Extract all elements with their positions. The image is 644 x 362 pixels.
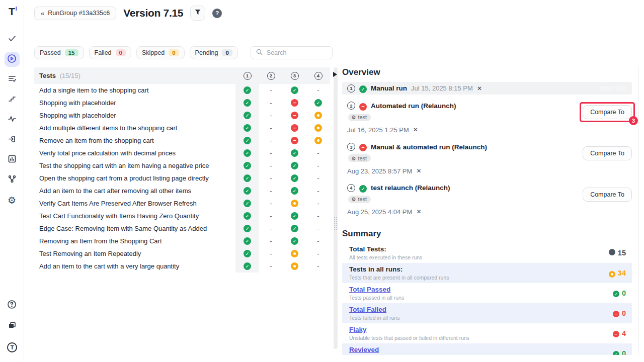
test-name[interactable]: Removing an Item from the Shopping Cart	[34, 235, 235, 247]
status-cell[interactable]	[283, 197, 306, 210]
status-cell[interactable]	[283, 235, 306, 247]
summary-label[interactable]: Total Passed	[349, 286, 613, 293]
compare-to-button[interactable]: Compare To	[583, 146, 632, 160]
status-cell[interactable]: -	[259, 222, 283, 235]
status-cell[interactable]	[235, 185, 259, 197]
column-header-4[interactable]: 4	[306, 72, 330, 80]
status-cell[interactable]	[283, 260, 306, 273]
status-cell[interactable]: -	[259, 185, 283, 197]
status-cell[interactable]: -	[306, 159, 330, 172]
divider-track[interactable]	[334, 67, 338, 349]
status-cell[interactable]: -	[259, 260, 283, 273]
status-cell[interactable]: -	[259, 172, 283, 185]
drag-handle[interactable]	[334, 216, 338, 230]
run-item[interactable]: 2 Automated run (Relaunch) ⚙ test Jul 16…	[342, 95, 632, 136]
sidebar-item-import[interactable]	[5, 132, 20, 147]
summary-label[interactable]: Tests in all runs:	[349, 265, 609, 273]
status-cell[interactable]	[283, 147, 306, 159]
status-cell[interactable]	[235, 134, 259, 147]
sidebar-docs[interactable]	[5, 319, 20, 334]
column-header-2[interactable]: 2	[259, 72, 283, 80]
back-to-rungroup-button[interactable]: « RunGroup #13a335c6	[34, 7, 116, 20]
summary-label[interactable]: Total Tests:	[349, 245, 609, 253]
status-cell[interactable]	[283, 97, 306, 109]
status-cell[interactable]	[235, 122, 259, 134]
status-cell[interactable]	[283, 84, 306, 97]
status-cell[interactable]: -	[259, 134, 283, 147]
brand-circle-icon[interactable]: T	[5, 340, 20, 355]
status-cell[interactable]	[235, 235, 259, 247]
status-cell[interactable]	[235, 210, 259, 222]
close-icon[interactable]: ✕	[416, 167, 421, 174]
status-cell[interactable]: -	[259, 122, 283, 134]
status-cell[interactable]: -	[306, 222, 330, 235]
status-cell[interactable]	[306, 109, 330, 122]
status-cell[interactable]: -	[259, 84, 283, 97]
test-name[interactable]: Test Cart Functionality with Items Havin…	[34, 210, 235, 222]
sidebar-item-analytics[interactable]	[5, 152, 20, 167]
status-cell[interactable]	[283, 109, 306, 122]
collapse-arrow-icon[interactable]	[333, 72, 337, 77]
search-input[interactable]	[267, 49, 327, 56]
status-cell[interactable]: -	[259, 97, 283, 109]
test-name[interactable]: Add an item to the cart with a very larg…	[34, 260, 235, 273]
status-cell[interactable]: -	[259, 109, 283, 122]
compare-to-button[interactable]: Compare To	[583, 188, 632, 202]
compare-to-button[interactable]: Compare To	[583, 105, 632, 119]
close-icon[interactable]: ✕	[416, 208, 421, 215]
status-cell[interactable]: -	[306, 172, 330, 185]
test-name[interactable]: Edge Case: Removing Item with Same Quant…	[34, 222, 235, 235]
status-cell[interactable]	[306, 122, 330, 134]
test-name[interactable]: Verify total price calculation with deci…	[34, 147, 235, 159]
status-cell[interactable]	[235, 147, 259, 159]
status-cell[interactable]	[283, 247, 306, 260]
status-cell[interactable]	[235, 197, 259, 210]
tab-pending[interactable]: Pending 0	[190, 46, 238, 59]
status-cell[interactable]	[283, 185, 306, 197]
status-cell[interactable]: -	[259, 247, 283, 260]
status-cell[interactable]	[283, 172, 306, 185]
run-item-main[interactable]: 1 Manual run Jul 15, 2025 8:15 PM ✕ Main…	[342, 82, 632, 95]
close-icon[interactable]: ✕	[413, 126, 418, 133]
sidebar-item-plans[interactable]	[5, 72, 20, 87]
test-name[interactable]: Shopping with placeholder	[34, 109, 235, 122]
status-cell[interactable]	[283, 134, 306, 147]
status-cell[interactable]	[283, 122, 306, 134]
status-cell[interactable]: -	[306, 84, 330, 97]
app-logo-icon[interactable]: T	[9, 6, 15, 17]
status-cell[interactable]: -	[259, 197, 283, 210]
status-cell[interactable]	[235, 247, 259, 260]
sidebar-item-branches[interactable]	[5, 172, 20, 188]
summary-label[interactable]: Flaky	[349, 326, 613, 333]
status-cell[interactable]: -	[259, 235, 283, 247]
status-cell[interactable]: -	[306, 247, 330, 260]
test-name[interactable]: Open the shopping cart from a product li…	[34, 172, 235, 185]
help-icon[interactable]: ?	[212, 9, 222, 18]
status-cell[interactable]: -	[306, 147, 330, 159]
status-cell[interactable]	[235, 172, 259, 185]
sidebar-help[interactable]	[5, 298, 20, 313]
sidebar-item-pulse[interactable]	[5, 112, 20, 127]
run-item[interactable]: 3 Manual & automated run (Relaunch) ⚙ te…	[342, 136, 632, 177]
test-name[interactable]: Add an item to the cart after removing a…	[34, 185, 235, 197]
status-cell[interactable]	[283, 222, 306, 235]
sidebar-item-settings[interactable]: ⚙	[5, 193, 20, 208]
filter-button[interactable]	[190, 6, 205, 21]
status-cell[interactable]	[235, 109, 259, 122]
status-cell[interactable]: -	[306, 197, 330, 210]
test-name[interactable]: Test Removing an Item Repeatedly	[34, 247, 235, 260]
status-cell[interactable]	[306, 134, 330, 147]
test-name[interactable]: Verify Cart Items Are Preserved After Br…	[34, 197, 235, 210]
status-cell[interactable]: -	[306, 235, 330, 247]
search-box[interactable]	[251, 46, 333, 59]
status-cell[interactable]	[235, 222, 259, 235]
status-cell[interactable]	[235, 97, 259, 109]
test-name[interactable]: Shopping with placeholder	[34, 97, 235, 109]
tab-failed[interactable]: Failed 0	[89, 46, 131, 59]
status-cell[interactable]	[306, 97, 330, 109]
summary-label[interactable]: Total Failed	[349, 306, 613, 313]
status-cell[interactable]	[235, 84, 259, 97]
summary-label[interactable]: Revieved	[349, 346, 613, 353]
status-cell[interactable]: -	[259, 210, 283, 222]
sidebar-item-runs[interactable]	[5, 52, 20, 67]
